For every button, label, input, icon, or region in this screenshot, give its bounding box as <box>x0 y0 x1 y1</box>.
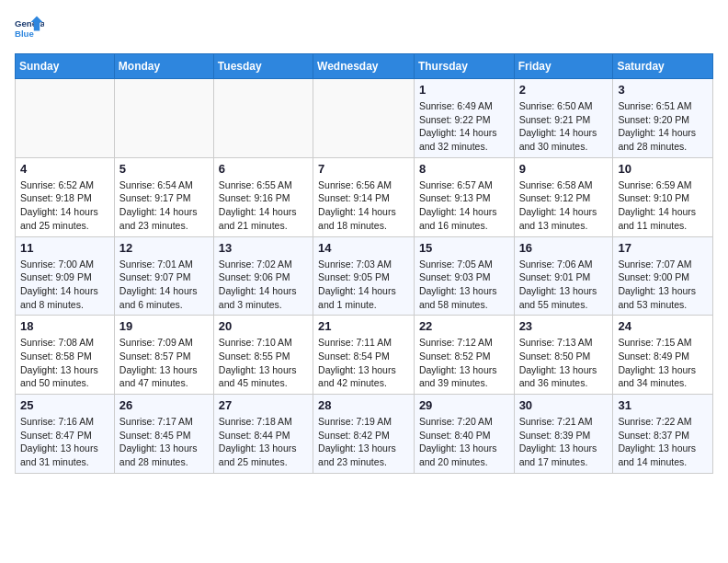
day-info: Sunrise: 6:55 AM Sunset: 9:16 PM Dayligh… <box>219 178 308 233</box>
day-number: 7 <box>318 162 409 176</box>
day-number: 27 <box>219 398 308 412</box>
weekday-header-friday: Friday <box>514 54 613 79</box>
logo: GeneralBlue <box>15 15 44 44</box>
day-cell: 29Sunrise: 7:20 AM Sunset: 8:40 PM Dayli… <box>414 395 514 474</box>
day-number: 13 <box>219 241 308 255</box>
weekday-header-tuesday: Tuesday <box>213 54 313 79</box>
day-cell: 14Sunrise: 7:03 AM Sunset: 9:05 PM Dayli… <box>313 236 415 316</box>
svg-text:Blue: Blue <box>15 29 34 39</box>
day-cell: 16Sunrise: 7:06 AM Sunset: 9:01 PM Dayli… <box>514 236 613 316</box>
weekday-header-monday: Monday <box>114 54 213 79</box>
day-number: 23 <box>519 319 609 333</box>
day-info: Sunrise: 7:07 AM Sunset: 9:00 PM Dayligh… <box>618 258 708 312</box>
day-number: 15 <box>419 241 509 255</box>
day-number: 24 <box>618 319 708 333</box>
day-cell: 13Sunrise: 7:02 AM Sunset: 9:06 PM Dayli… <box>213 236 313 316</box>
day-info: Sunrise: 7:03 AM Sunset: 9:05 PM Dayligh… <box>318 258 409 312</box>
day-number: 6 <box>219 162 308 176</box>
day-cell: 21Sunrise: 7:11 AM Sunset: 8:54 PM Dayli… <box>313 316 415 395</box>
day-number: 3 <box>618 83 708 97</box>
day-cell: 6Sunrise: 6:55 AM Sunset: 9:16 PM Daylig… <box>213 157 313 236</box>
week-row-3: 11Sunrise: 7:00 AM Sunset: 9:09 PM Dayli… <box>16 236 713 316</box>
day-cell: 1Sunrise: 6:49 AM Sunset: 9:22 PM Daylig… <box>414 79 514 158</box>
day-cell: 26Sunrise: 7:17 AM Sunset: 8:45 PM Dayli… <box>114 395 213 474</box>
day-number: 22 <box>419 319 509 333</box>
weekday-header-sunday: Sunday <box>16 54 115 79</box>
day-cell: 17Sunrise: 7:07 AM Sunset: 9:00 PM Dayli… <box>613 236 713 316</box>
day-cell: 27Sunrise: 7:18 AM Sunset: 8:44 PM Dayli… <box>213 395 313 474</box>
day-number: 5 <box>119 162 209 176</box>
day-number: 18 <box>20 319 109 333</box>
day-info: Sunrise: 6:49 AM Sunset: 9:22 PM Dayligh… <box>419 99 509 154</box>
day-info: Sunrise: 7:13 AM Sunset: 8:50 PM Dayligh… <box>519 336 609 390</box>
day-cell: 20Sunrise: 7:10 AM Sunset: 8:55 PM Dayli… <box>213 316 313 395</box>
day-info: Sunrise: 7:15 AM Sunset: 8:49 PM Dayligh… <box>618 336 708 390</box>
day-cell: 8Sunrise: 6:57 AM Sunset: 9:13 PM Daylig… <box>414 157 514 236</box>
calendar-table: SundayMondayTuesdayWednesdayThursdayFrid… <box>15 53 713 474</box>
day-cell: 3Sunrise: 6:51 AM Sunset: 9:20 PM Daylig… <box>613 79 713 158</box>
weekday-header-saturday: Saturday <box>613 54 713 79</box>
day-info: Sunrise: 7:05 AM Sunset: 9:03 PM Dayligh… <box>419 258 509 312</box>
day-cell: 30Sunrise: 7:21 AM Sunset: 8:39 PM Dayli… <box>514 395 613 474</box>
day-cell: 10Sunrise: 6:59 AM Sunset: 9:10 PM Dayli… <box>613 157 713 236</box>
day-info: Sunrise: 7:10 AM Sunset: 8:55 PM Dayligh… <box>219 336 308 390</box>
day-info: Sunrise: 7:01 AM Sunset: 9:07 PM Dayligh… <box>119 258 209 312</box>
day-info: Sunrise: 6:58 AM Sunset: 9:12 PM Dayligh… <box>519 178 609 233</box>
day-number: 12 <box>119 241 209 255</box>
day-cell <box>213 79 313 158</box>
logo-icon: GeneralBlue <box>15 15 44 44</box>
day-info: Sunrise: 7:02 AM Sunset: 9:06 PM Dayligh… <box>219 258 308 312</box>
day-cell: 18Sunrise: 7:08 AM Sunset: 8:58 PM Dayli… <box>16 316 115 395</box>
day-number: 31 <box>618 398 708 412</box>
day-cell: 25Sunrise: 7:16 AM Sunset: 8:47 PM Dayli… <box>16 395 115 474</box>
day-cell <box>16 79 115 158</box>
week-row-5: 25Sunrise: 7:16 AM Sunset: 8:47 PM Dayli… <box>16 395 713 474</box>
day-number: 2 <box>519 83 609 97</box>
week-row-4: 18Sunrise: 7:08 AM Sunset: 8:58 PM Dayli… <box>16 316 713 395</box>
day-info: Sunrise: 7:11 AM Sunset: 8:54 PM Dayligh… <box>318 336 409 390</box>
day-cell: 9Sunrise: 6:58 AM Sunset: 9:12 PM Daylig… <box>514 157 613 236</box>
day-info: Sunrise: 7:17 AM Sunset: 8:45 PM Dayligh… <box>119 415 209 469</box>
weekday-header-row: SundayMondayTuesdayWednesdayThursdayFrid… <box>16 54 713 79</box>
day-cell: 28Sunrise: 7:19 AM Sunset: 8:42 PM Dayli… <box>313 395 415 474</box>
day-info: Sunrise: 7:08 AM Sunset: 8:58 PM Dayligh… <box>20 336 109 390</box>
day-cell: 15Sunrise: 7:05 AM Sunset: 9:03 PM Dayli… <box>414 236 514 316</box>
day-cell: 5Sunrise: 6:54 AM Sunset: 9:17 PM Daylig… <box>114 157 213 236</box>
day-info: Sunrise: 6:59 AM Sunset: 9:10 PM Dayligh… <box>618 178 708 233</box>
day-number: 10 <box>618 162 708 176</box>
day-cell: 4Sunrise: 6:52 AM Sunset: 9:18 PM Daylig… <box>16 157 115 236</box>
day-cell <box>313 79 415 158</box>
day-cell <box>114 79 213 158</box>
day-cell: 11Sunrise: 7:00 AM Sunset: 9:09 PM Dayli… <box>16 236 115 316</box>
day-number: 19 <box>119 319 209 333</box>
day-cell: 12Sunrise: 7:01 AM Sunset: 9:07 PM Dayli… <box>114 236 213 316</box>
day-number: 9 <box>519 162 609 176</box>
day-info: Sunrise: 6:51 AM Sunset: 9:20 PM Dayligh… <box>618 99 708 154</box>
day-info: Sunrise: 7:06 AM Sunset: 9:01 PM Dayligh… <box>519 258 609 312</box>
day-cell: 2Sunrise: 6:50 AM Sunset: 9:21 PM Daylig… <box>514 79 613 158</box>
day-cell: 7Sunrise: 6:56 AM Sunset: 9:14 PM Daylig… <box>313 157 415 236</box>
day-info: Sunrise: 6:52 AM Sunset: 9:18 PM Dayligh… <box>20 178 109 233</box>
day-number: 28 <box>318 398 409 412</box>
day-info: Sunrise: 7:18 AM Sunset: 8:44 PM Dayligh… <box>219 415 308 469</box>
day-info: Sunrise: 7:21 AM Sunset: 8:39 PM Dayligh… <box>519 415 609 469</box>
day-number: 4 <box>20 162 109 176</box>
weekday-header-wednesday: Wednesday <box>313 54 415 79</box>
week-row-2: 4Sunrise: 6:52 AM Sunset: 9:18 PM Daylig… <box>16 157 713 236</box>
day-number: 25 <box>20 398 109 412</box>
day-info: Sunrise: 7:19 AM Sunset: 8:42 PM Dayligh… <box>318 415 409 469</box>
day-number: 29 <box>419 398 509 412</box>
day-info: Sunrise: 6:54 AM Sunset: 9:17 PM Dayligh… <box>119 178 209 233</box>
weekday-header-thursday: Thursday <box>414 54 514 79</box>
day-info: Sunrise: 7:00 AM Sunset: 9:09 PM Dayligh… <box>20 258 109 312</box>
week-row-1: 1Sunrise: 6:49 AM Sunset: 9:22 PM Daylig… <box>16 79 713 158</box>
day-info: Sunrise: 7:09 AM Sunset: 8:57 PM Dayligh… <box>119 336 209 390</box>
day-number: 8 <box>419 162 509 176</box>
day-number: 21 <box>318 319 409 333</box>
day-cell: 23Sunrise: 7:13 AM Sunset: 8:50 PM Dayli… <box>514 316 613 395</box>
day-info: Sunrise: 6:50 AM Sunset: 9:21 PM Dayligh… <box>519 99 609 154</box>
day-info: Sunrise: 7:12 AM Sunset: 8:52 PM Dayligh… <box>419 336 509 390</box>
day-info: Sunrise: 7:22 AM Sunset: 8:37 PM Dayligh… <box>618 415 708 469</box>
day-number: 1 <box>419 83 509 97</box>
page-header: GeneralBlue <box>15 15 713 44</box>
